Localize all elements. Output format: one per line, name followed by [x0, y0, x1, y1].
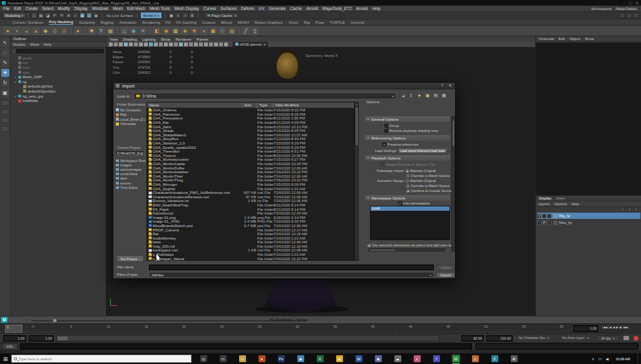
shelf-icon[interactable]: ◆ [162, 27, 170, 35]
viewport-toolbar-icon[interactable] [164, 43, 168, 46]
project-folder-item[interactable]: scenes [116, 181, 146, 185]
lasso-tool-icon[interactable]: ◌ [1, 49, 9, 57]
table-row[interactable]: CHA_Shade File folder 7/15/2020 8:45 PM [147, 129, 354, 133]
cortana-icon[interactable]: ◎ [200, 355, 207, 362]
onedrive-icon[interactable]: ☁ [394, 355, 401, 362]
table-row[interactable]: PROP_Camera File folder 7/24/2020 12:17 … [147, 228, 354, 232]
menu-set-selector[interactable]: Modeling▾ [3, 13, 26, 18]
checkbox[interactable] [384, 129, 388, 133]
column-header-name[interactable]: Name [147, 103, 242, 108]
project-folder-item[interactable]: sourceimages [116, 167, 146, 171]
viewport-menu-item[interactable]: Panels [197, 37, 208, 41]
outliner-item[interactable]: front [11, 65, 106, 70]
options-vscrollbar[interactable] [451, 116, 455, 251]
scroll-up-icon[interactable]: ▴ [356, 103, 357, 106]
table-row[interactable]: CHA_ShadeMaker2 File folder 7/24/2020 12… [147, 133, 354, 138]
time-slider[interactable]: 4812162024283236404448525660 1 | 1.00 |◀… [0, 323, 641, 333]
shelf-icon[interactable]: ✚ [190, 27, 198, 35]
shelf-tab[interactable]: General [351, 20, 364, 25]
table-row[interactable]: CHA_Theevalor File folder 8/21/2020 4:51… [147, 149, 354, 154]
shelf-tab[interactable]: MASH [238, 20, 249, 25]
layer-playback-toggle[interactable]: P [542, 221, 546, 225]
shelf-tab[interactable]: FX Caching [177, 20, 197, 25]
pause-cache-button[interactable]: ▮▮ Page Cache▾ [204, 13, 239, 18]
table-row[interactable]: tests File folder 7/24/2020 12:46 AM [147, 240, 354, 245]
table-row[interactable]: CHA_Theeror File folder 8/20/2020 10:56 … [147, 154, 354, 158]
shelf-icon[interactable] [238, 28, 239, 34]
table-row[interactable]: CharacterAnimations_PMG_HuReference.mel … [147, 191, 354, 195]
import-button[interactable]: Import [436, 265, 455, 270]
outliner-item[interactable]: loadAtlas [11, 98, 106, 103]
table-row[interactable]: Image 01.png 1.3 MB png File 6/18/2020 4… [147, 215, 354, 220]
menu-item[interactable]: Mesh Display [175, 6, 199, 11]
dialog-help-button[interactable]: ? [441, 83, 443, 88]
viewport-toolbar-icon[interactable] [194, 43, 198, 46]
new-scene-icon[interactable]: ▢ [31, 13, 37, 18]
viewport-toolbar-icon[interactable] [144, 43, 148, 46]
viewport-menu-item[interactable]: View [110, 37, 118, 41]
menu-item[interactable]: Cache [290, 6, 302, 11]
cancel-button[interactable]: Cancel [436, 272, 455, 278]
new-layer-from-selected-icon[interactable] [634, 208, 638, 211]
scale-tool-icon[interactable]: ▣ [1, 89, 9, 97]
fps-selector[interactable]: 24 fps▾ [596, 335, 620, 341]
table-row[interactable]: CHA_Workstscrusher File folder 7/15/2020… [147, 158, 354, 162]
maya-icon[interactable]: M [453, 355, 459, 362]
outliner-menu-item[interactable]: Show [30, 43, 39, 46]
view-transform-selector[interactable]: sRGB gamma▾ [233, 42, 268, 47]
section-namespace-options[interactable]: ▼Namespace Options [365, 195, 450, 201]
ipr-render-icon[interactable]: ◑ [182, 13, 188, 18]
outliner-item[interactable]: + rig_sets_grp [11, 94, 106, 99]
layer-display-type-toggle[interactable] [547, 214, 551, 218]
teams-icon[interactable]: T [433, 355, 440, 362]
menu-item[interactable]: Help [372, 6, 380, 11]
anim-range-option-2[interactable]: Override to Match Source [406, 184, 450, 188]
shelf-icon[interactable]: ▯ [251, 27, 259, 35]
remove-duplicate-checkbox-row[interactable]: Remove duplicate shading netw [384, 129, 438, 133]
viewport-menu-item[interactable]: Lighting [142, 37, 156, 41]
outliner-item[interactable]: persp [11, 56, 106, 61]
file-explorer-icon[interactable]: ▱ [239, 355, 246, 362]
minimize-button[interactable]: – [623, 1, 625, 5]
radio[interactable] [367, 244, 371, 247]
checkbox[interactable] [384, 124, 388, 128]
menu-item[interactable]: Modify [58, 6, 69, 11]
settings-icon[interactable]: ⚙ [511, 355, 518, 362]
menu-item[interactable]: Mesh Tools [150, 6, 170, 11]
character-set-selector[interactable]: No Character Set▾ [518, 336, 549, 340]
taskbar-search[interactable] [11, 355, 192, 363]
playback-control-button[interactable]: ▶ [616, 326, 618, 329]
discord-icon[interactable]: ◉ [375, 355, 382, 362]
shelf-icon[interactable]: ◒ [23, 27, 31, 35]
shelf-tab[interactable]: Rendering [142, 20, 160, 25]
shelf-icon[interactable] [71, 28, 71, 34]
dialog-titlebar[interactable]: Import ? ✕ [113, 83, 455, 89]
range-slider[interactable] [56, 335, 439, 341]
namespace-parent-radio-row[interactable]: Use selected namespace as parent and add… [367, 243, 453, 247]
menu-item[interactable]: Surfaces [220, 6, 237, 11]
shelf-icon[interactable]: ✳ [139, 27, 147, 35]
layer-row[interactable]: V Rig_lyr [537, 213, 640, 219]
anim-range-option-1[interactable]: Animation Range: Maintain Original [370, 179, 436, 183]
table-row[interactable]: Image 01_.PNG 2.4 MB PNG File 7/10/2020 … [147, 220, 354, 224]
load-settings-button[interactable]: Load saved reference load state [398, 148, 446, 153]
viewport-toolbar-icon[interactable] [134, 43, 138, 46]
viewport-toolbar-icon[interactable] [149, 43, 153, 46]
command-language-toggle[interactable]: MEL [3, 343, 18, 350]
shelf-tab[interactable]: TURTLE [330, 20, 345, 25]
shelf-icon[interactable] [117, 28, 118, 34]
viewport-toolbar-icon[interactable] [214, 43, 218, 46]
tray-icon[interactable]: ◀ [605, 356, 608, 361]
shelf-icon[interactable] [85, 28, 85, 34]
menu-item[interactable]: Display [74, 6, 87, 11]
layer-editor-tab[interactable]: Anim [556, 196, 565, 200]
checkbox[interactable]: ✓ [382, 143, 386, 146]
shelf-tab[interactable]: Custom [202, 20, 215, 25]
outliner-item[interactable]: + Mesh_GRP [11, 74, 106, 79]
layer-row[interactable]: P Mes_lyr [537, 220, 640, 226]
viewport-toolbar-icon[interactable] [129, 43, 133, 46]
viewport-toolbar-icon[interactable] [204, 43, 208, 46]
viewport-toolbar-icon[interactable] [184, 43, 188, 46]
namespace-item[interactable]: (root) [371, 206, 449, 211]
sidebar-toggle-modeling-toolkit-icon[interactable] [620, 13, 625, 18]
